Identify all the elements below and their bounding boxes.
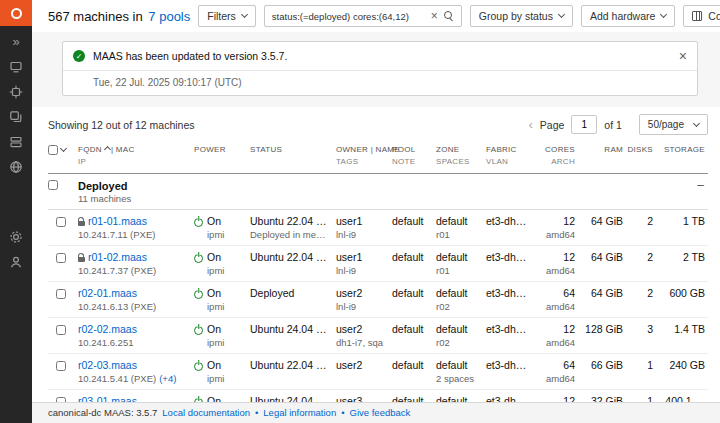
chevron-down-icon — [241, 11, 248, 18]
power-on-icon — [194, 326, 203, 335]
fqdn-cell: r01-01.maas 10.241.7.11 (PXE) — [78, 215, 194, 241]
main-content: 567 machines in 7 pools Filters × Group … — [32, 0, 720, 423]
lock-icon — [78, 257, 85, 262]
clear-search-icon[interactable]: × — [431, 10, 438, 22]
machine-fqdn-link[interactable]: r01-02.maas — [88, 251, 147, 265]
column-header-fabric[interactable]: Fabric VLAN — [486, 144, 534, 169]
group-header-row: Deployed 11 machines – — [48, 174, 708, 211]
local-documentation-link[interactable]: Local documentation — [162, 407, 250, 418]
machine-zone: default — [436, 323, 486, 337]
pools-link[interactable]: 7 pools — [148, 9, 190, 24]
legal-information-link[interactable]: Legal information — [263, 407, 336, 418]
row-select-checkbox[interactable] — [56, 361, 66, 371]
close-notification-icon[interactable]: × — [679, 49, 687, 63]
machine-count: 567 machines — [48, 9, 129, 24]
select-options-chevron-icon[interactable] — [60, 145, 67, 152]
collapse-group-button[interactable]: – — [697, 179, 708, 192]
machine-disks: 2 — [626, 287, 656, 301]
sort-asc-icon — [104, 146, 111, 153]
maas-app: » 567 machines in 7 pools Filters — [0, 0, 720, 423]
sidebar-bottom-icons — [9, 230, 23, 269]
showing-count: Showing 12 out of 12 machines — [48, 119, 195, 131]
table-row: r01-01.maas 10.241.7.11 (PXE) On ipmi Ub… — [48, 210, 708, 246]
power-state: On — [207, 287, 221, 301]
machine-arch: amd64 — [534, 301, 578, 313]
column-header-status[interactable]: Status — [250, 144, 336, 156]
machine-fqdn-link[interactable]: r02-02.maas — [78, 323, 137, 337]
machine-fqdn-link[interactable]: r02-01.maas — [78, 287, 137, 301]
app-footer: canonical-dc MAAS: 3.5.7 Local documenta… — [32, 402, 720, 423]
machine-fqdn-link[interactable]: r02-03.maas — [78, 359, 137, 373]
notification-timestamp: Tue, 22 Jul. 2025 09:10:17 (UTC) — [63, 70, 697, 95]
subnets-icon[interactable] — [9, 160, 23, 174]
machine-fqdn-link[interactable]: r01-01.maas — [88, 215, 147, 229]
in-text: in — [133, 9, 143, 24]
group-by-dropdown[interactable]: Group by status — [470, 5, 573, 27]
group-select-cell — [48, 179, 78, 190]
more-ips-link[interactable]: (+4) — [159, 373, 176, 384]
power-state: On — [207, 251, 221, 265]
column-header-pool[interactable]: Pool Note — [392, 144, 436, 169]
column-header-zone[interactable]: Zone Spaces — [436, 144, 486, 169]
zone-cell: default r02 — [436, 323, 486, 349]
column-header-power[interactable]: Power — [194, 144, 250, 156]
group-machine-count: 11 machines — [78, 193, 656, 205]
fabric-cell: et3-dh1… — [486, 251, 534, 265]
zone-cell: default r01 — [436, 251, 486, 277]
machine-spaces: r02 — [436, 337, 486, 349]
row-select-checkbox[interactable] — [56, 289, 66, 299]
power-state: On — [207, 215, 221, 229]
select-all-cell — [48, 144, 78, 155]
row-select-checkbox[interactable] — [56, 325, 66, 335]
machine-ip: 10.241.5.41 (PXE) — [78, 373, 156, 384]
search-input[interactable] — [272, 11, 425, 22]
machines-icon[interactable] — [9, 60, 23, 74]
power-on-icon — [194, 254, 203, 263]
machine-storage: 600 GB — [656, 287, 708, 301]
machine-fabric: et3-dh1… — [486, 323, 534, 337]
column-header-fqdn[interactable]: FQDN| MAC IP — [78, 144, 194, 169]
power-cell: On ipmi — [194, 359, 250, 385]
give-feedback-link[interactable]: Give feedback — [350, 407, 411, 418]
column-header-disks[interactable]: Disks — [626, 144, 656, 156]
fabric-cell: et3-dh1… — [486, 323, 534, 337]
group-select-checkbox[interactable] — [48, 180, 58, 190]
column-header-owner[interactable]: Owner | Name Tags — [336, 144, 392, 169]
machine-spaces: r02 — [436, 301, 486, 313]
settings-icon[interactable] — [9, 230, 23, 244]
machine-fabric: et3-dh1… — [486, 251, 534, 265]
search-box: × — [264, 5, 462, 27]
pool-cell: default — [392, 359, 436, 373]
select-all-checkbox[interactable] — [48, 145, 58, 155]
column-header-cores[interactable]: Cores Arch — [534, 144, 578, 169]
filters-dropdown[interactable]: Filters — [198, 5, 256, 27]
kvm-icon[interactable] — [9, 110, 23, 124]
notification-message: MAAS has been updated to version 3.5.7. — [93, 50, 287, 62]
columns-button[interactable]: Columns — [683, 5, 720, 27]
devices-icon[interactable] — [9, 85, 23, 99]
per-page-select[interactable]: 50/page — [639, 114, 708, 135]
column-header-storage[interactable]: Storage — [656, 144, 708, 156]
filters-label: Filters — [207, 10, 236, 22]
search-icon[interactable] — [444, 11, 454, 21]
power-state: On — [207, 359, 221, 373]
expand-sidebar-icon[interactable]: » — [12, 35, 19, 48]
user-icon[interactable] — [9, 255, 23, 269]
add-hardware-dropdown[interactable]: Add hardware — [581, 5, 675, 27]
maas-logo[interactable] — [0, 0, 32, 26]
fqdn-cell: r02-02.maas 10.241.6.251 — [78, 323, 194, 349]
machine-arch: amd64 — [534, 229, 578, 241]
prev-page-icon[interactable]: ‹ — [528, 118, 532, 131]
status-cell: Ubuntu 22.04 LTS — [250, 251, 336, 265]
row-select-checkbox[interactable] — [56, 217, 66, 227]
owner-cell: user2 dh1-i7, sqa — [336, 323, 392, 349]
pagination-bar: Showing 12 out of 12 machines ‹ Page of … — [32, 107, 720, 141]
page-number-input[interactable] — [571, 115, 597, 134]
fqdn-cell: r02-01.maas 10.241.6.13 (PXE) — [78, 287, 194, 313]
per-page-value: 50/page — [648, 119, 684, 130]
machine-ip: 10.241.6.13 (PXE) — [78, 301, 156, 312]
row-select-checkbox[interactable] — [56, 253, 66, 263]
controllers-icon[interactable] — [9, 135, 23, 149]
column-header-ram[interactable]: RAM — [578, 144, 626, 156]
machine-cores: 12 — [534, 215, 578, 229]
